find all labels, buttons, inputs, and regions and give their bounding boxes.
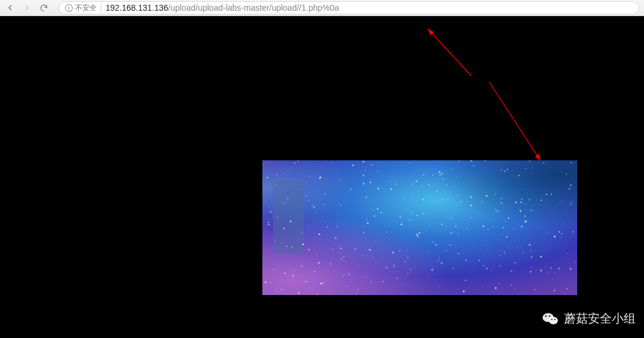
svg-point-211 — [320, 176, 321, 178]
svg-point-114 — [443, 199, 444, 200]
svg-point-18 — [416, 181, 417, 182]
svg-point-97 — [493, 227, 493, 227]
svg-point-175 — [366, 276, 366, 277]
svg-point-125 — [433, 267, 434, 268]
svg-point-154 — [482, 287, 483, 287]
svg-point-105 — [521, 226, 523, 228]
svg-point-280 — [550, 194, 552, 195]
svg-point-45 — [391, 188, 392, 190]
svg-point-27 — [407, 273, 409, 275]
svg-point-266 — [496, 282, 496, 283]
browser-toolbar: i 不安全 192.168.131.136/upload/upload-labs… — [0, 0, 644, 16]
svg-point-68 — [284, 219, 284, 219]
svg-point-162 — [281, 178, 282, 179]
svg-point-223 — [317, 254, 317, 255]
svg-point-329 — [343, 275, 344, 277]
svg-point-275 — [428, 184, 429, 185]
svg-point-73 — [348, 173, 349, 174]
svg-point-101 — [470, 197, 472, 199]
svg-point-397 — [570, 224, 571, 224]
svg-point-230 — [343, 222, 343, 222]
svg-point-378 — [395, 241, 395, 242]
forward-button[interactable] — [21, 2, 32, 13]
svg-point-188 — [561, 201, 561, 201]
svg-point-229 — [455, 262, 456, 263]
svg-point-366 — [348, 198, 348, 199]
svg-line-426 — [489, 82, 540, 160]
svg-point-318 — [287, 199, 289, 200]
svg-point-85 — [531, 210, 532, 211]
svg-point-192 — [265, 281, 267, 283]
svg-point-59 — [455, 226, 457, 228]
info-icon: i — [65, 4, 73, 12]
svg-point-39 — [268, 222, 269, 223]
svg-point-386 — [317, 293, 318, 295]
back-button[interactable] — [5, 2, 16, 13]
svg-point-260 — [481, 201, 482, 203]
svg-point-76 — [411, 212, 412, 213]
svg-point-294 — [450, 192, 450, 193]
svg-point-383 — [572, 231, 574, 232]
svg-point-20 — [441, 262, 442, 264]
svg-point-334 — [535, 269, 536, 270]
svg-point-368 — [521, 204, 521, 204]
security-indicator[interactable]: i 不安全 — [65, 3, 101, 13]
url-text: 192.168.131.136/upload/upload-labs-maste… — [106, 3, 339, 13]
svg-point-382 — [394, 267, 394, 268]
svg-point-316 — [435, 244, 436, 245]
svg-point-325 — [380, 212, 382, 213]
svg-point-370 — [420, 185, 421, 186]
svg-point-202 — [410, 269, 411, 270]
svg-point-240 — [290, 221, 292, 222]
svg-point-71 — [413, 266, 414, 267]
svg-point-155 — [280, 243, 281, 244]
svg-point-323 — [295, 270, 296, 271]
svg-point-226 — [566, 253, 567, 253]
watermark-text: 蘑菇安全小组 — [564, 311, 636, 327]
svg-point-374 — [324, 193, 326, 195]
svg-point-177 — [419, 232, 420, 233]
svg-point-330 — [451, 217, 453, 219]
svg-point-394 — [460, 194, 461, 195]
svg-point-357 — [531, 271, 532, 271]
svg-point-407 — [546, 232, 547, 232]
svg-point-344 — [558, 268, 559, 269]
svg-point-417 — [335, 243, 336, 244]
svg-point-50 — [522, 188, 523, 189]
svg-point-56 — [524, 204, 525, 204]
svg-point-203 — [543, 244, 543, 244]
svg-point-95 — [399, 197, 400, 197]
svg-point-208 — [466, 227, 467, 228]
svg-point-209 — [405, 289, 405, 289]
svg-point-423 — [352, 165, 354, 166]
svg-point-289 — [286, 207, 287, 207]
svg-point-94 — [546, 163, 547, 163]
svg-point-33 — [518, 175, 519, 176]
reload-button[interactable] — [38, 2, 49, 13]
svg-point-6 — [439, 257, 440, 258]
svg-point-70 — [553, 279, 553, 280]
svg-point-116 — [534, 289, 535, 290]
svg-point-120 — [507, 246, 508, 246]
svg-point-292 — [454, 291, 455, 292]
svg-point-342 — [428, 276, 429, 277]
svg-point-219 — [450, 244, 451, 246]
svg-point-83 — [429, 227, 430, 228]
svg-point-221 — [514, 228, 515, 230]
svg-point-15 — [570, 185, 571, 186]
svg-point-244 — [561, 233, 562, 234]
svg-point-416 — [305, 240, 305, 240]
svg-point-150 — [339, 179, 340, 181]
address-bar[interactable]: i 不安全 192.168.131.136/upload/upload-labs… — [58, 1, 639, 14]
svg-point-404 — [324, 204, 324, 205]
svg-point-269 — [275, 269, 275, 270]
svg-point-58 — [487, 217, 487, 218]
svg-point-106 — [262, 165, 263, 165]
svg-rect-3 — [262, 160, 577, 295]
svg-point-79 — [323, 216, 323, 217]
watermark: 蘑菇安全小组 — [541, 309, 636, 327]
svg-point-128 — [376, 220, 376, 221]
svg-point-369 — [403, 284, 404, 284]
svg-point-63 — [269, 194, 270, 194]
svg-point-246 — [320, 208, 321, 209]
